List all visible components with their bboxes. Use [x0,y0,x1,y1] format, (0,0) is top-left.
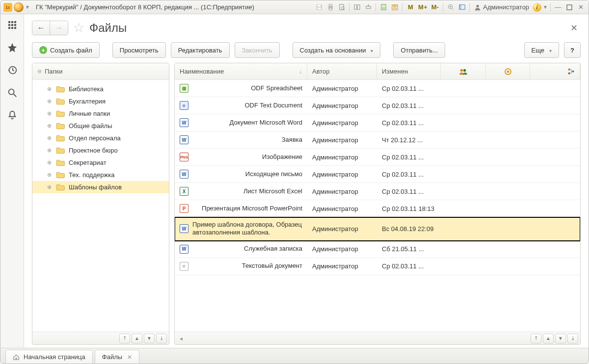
column-editors[interactable] [441,63,486,79]
table-row[interactable]: WДокумент Microsoft WordАдминистраторСр … [175,114,580,131]
info-icon[interactable]: i [533,3,541,12]
save-icon[interactable] [314,2,324,12]
tree-scroll-up-button[interactable]: ▲ [132,334,142,343]
print-icon[interactable] [325,2,335,12]
preview-icon[interactable] [337,2,347,12]
column-name[interactable]: Наименование↓ [175,63,307,79]
theme-caret-icon[interactable]: ▼ [25,4,30,10]
current-user[interactable]: Администратор [472,3,531,11]
tree-item[interactable]: ⊕Отдел персонала [32,132,169,144]
tree-item[interactable]: ⊕Библиотека [32,83,169,95]
table-row[interactable]: WЗаявкаАдминистраторЧт 20.12.12 ... [175,131,580,149]
column-signed[interactable] [486,63,530,79]
titlebar: 1c ▼ ГК "Меркурий" / Документооборот 8 К… [0,0,589,14]
svg-point-40 [8,89,14,95]
search-icon[interactable] [6,87,18,99]
info-caret-icon[interactable]: ▼ [543,4,548,10]
table-row[interactable]: WСлужебная запискаАдминистраторСб 21.05.… [175,241,580,258]
file-type-icon: W [180,245,188,254]
file-modified: Ср 02.03.11 ... [382,171,424,178]
favorite-star-icon[interactable]: ☆ [73,20,84,35]
tree-item[interactable]: ⊕Шаблоны файлов [32,181,169,193]
file-name: ODF Spreadsheet [251,84,302,92]
table-row[interactable]: PNGИзображениеАдминистраторСр 02.03.11 .… [175,149,580,166]
svg-point-42 [460,69,462,71]
table-row[interactable]: WПример шаблона договора, Образец автоза… [175,217,580,241]
file-modified: Ср 02.03.11 ... [382,102,424,109]
expand-icon[interactable]: ⊕ [46,184,52,190]
table-row[interactable]: XЛист Microsoft ExcelАдминистраторСр 02.… [175,183,580,200]
edit-button[interactable]: Редактировать [171,42,230,58]
sections-icon[interactable] [6,19,18,31]
expand-icon[interactable]: ⊕ [46,135,52,141]
favorites-icon[interactable] [6,42,18,53]
export-icon[interactable] [363,2,373,12]
expand-icon[interactable]: ⊕ [46,98,52,104]
column-tasks[interactable] [530,63,580,79]
expand-icon[interactable]: ⊕ [46,110,52,117]
create-based-button[interactable]: Создать на основании [293,42,381,58]
expand-icon[interactable]: ⊕ [46,123,52,129]
help-button[interactable]: ? [564,42,581,58]
nav-back-button[interactable]: ← [32,21,50,35]
tree-item[interactable]: ⊕Общие файлы [32,120,169,132]
table-row[interactable]: ⊞ODF SpreadsheetАдминистраторСр 02.03.11… [175,80,580,97]
expand-icon[interactable]: ⊕ [46,172,52,178]
table-row[interactable]: ≡Текстовый документАдминистраторСр 02.03… [175,258,580,275]
more-button[interactable]: Еще [524,42,559,58]
history-icon[interactable] [6,64,18,76]
tree-item[interactable]: ⊕Проектное бюро [32,144,169,156]
hscroll-left-icon[interactable]: ◂ [177,335,183,342]
create-file-button[interactable]: +Создать файл [32,42,100,58]
window-maximize-button[interactable] [564,2,574,12]
window-close-button[interactable]: ✕ [576,2,586,12]
send-button[interactable]: Отправить... [393,42,445,58]
table-row[interactable]: ≡ODF Text DocumentАдминистраторСр 02.03.… [175,97,580,114]
file-modified: Ср 02.03.11 ... [382,154,424,161]
tree-scroll-down-button[interactable]: ▼ [144,334,155,343]
page-close-button[interactable]: ✕ [567,21,581,35]
calendar-icon[interactable]: 31 [390,2,400,12]
table-footer: ◂ ⤒ ▲ ▼ ⤓ [175,332,580,344]
table-scroll-bottom-button[interactable]: ⤓ [567,334,578,343]
tree-item[interactable]: ⊕Бухгалтерия [32,95,169,107]
svg-point-17 [383,8,384,9]
tab-home[interactable]: Начальная страница [5,350,93,364]
file-author: Администратор [312,154,358,161]
tree-header[interactable]: ⊖ Папки [32,63,169,80]
memory-mminus-button[interactable]: M- [429,2,440,12]
table-row[interactable]: WИсходящее письмоАдминистраторСр 02.03.1… [175,166,580,183]
view-button[interactable]: Просмотреть [112,42,166,58]
compare-icon[interactable] [352,2,362,12]
memory-mplus-button[interactable]: M+ [417,2,428,12]
table-scroll-down-button[interactable]: ▼ [555,334,566,343]
svg-point-43 [463,69,466,71]
column-modified[interactable]: Изменен [377,63,441,79]
column-author[interactable]: Автор [307,63,377,79]
expand-icon[interactable]: ⊕ [46,159,52,166]
tab-close-icon[interactable]: ✕ [127,354,132,361]
memory-m-button[interactable]: M [405,2,416,12]
theme-dropdown-icon[interactable] [14,3,23,12]
tree-scroll-top-button[interactable]: ⤒ [119,334,130,343]
tree-item[interactable]: ⊕Секретариат [32,156,169,169]
svg-point-31 [11,21,13,24]
tree-item[interactable]: ⊕Тех. поддержка [32,169,169,181]
panels-icon[interactable] [457,2,467,12]
window-minimize-button[interactable]: — [553,2,563,12]
table-row[interactable]: PПрезентация Microsoft PowerPointАдминис… [175,200,580,217]
tree-scroll-bottom-button[interactable]: ⤓ [156,334,167,343]
finish-button: Закончить [235,42,280,58]
notifications-icon[interactable] [6,109,18,121]
expand-icon[interactable]: ⊕ [46,86,52,92]
calculator-icon[interactable] [378,2,388,12]
tab-files[interactable]: Файлы ✕ [95,350,139,364]
table-body: ⊞ODF SpreadsheetАдминистраторСр 02.03.11… [175,80,580,332]
table-scroll-up-button[interactable]: ▲ [543,334,554,343]
table-scroll-top-button[interactable]: ⤒ [531,334,541,343]
file-name: ODF Text Document [244,102,302,109]
zoom-icon[interactable] [446,2,455,12]
expand-icon[interactable]: ⊕ [46,147,52,154]
tree-item[interactable]: ⊕Личные папки [32,107,169,120]
nav-forward-button[interactable]: → [50,21,68,35]
